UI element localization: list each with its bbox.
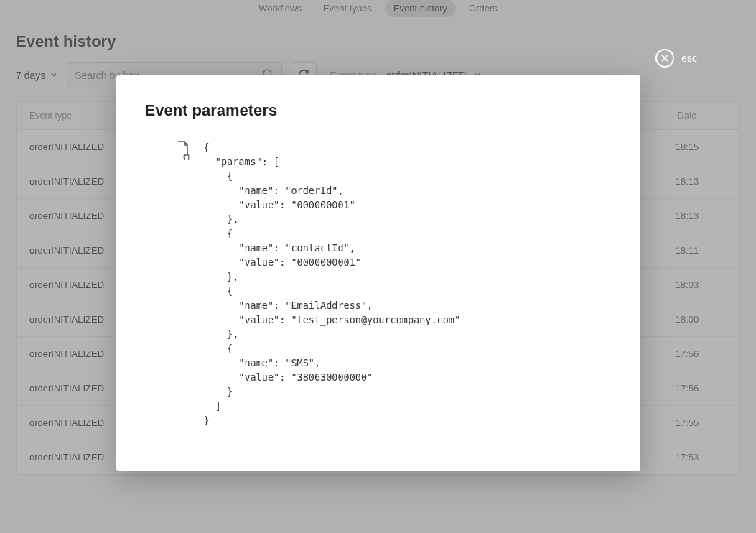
modal-overlay[interactable]: esc Event parameters {} { "params": [ { … xyxy=(0,0,756,533)
close-label: esc xyxy=(681,52,697,64)
event-parameters-modal: Event parameters {} { "params": [ { "nam… xyxy=(116,75,640,471)
copy-json-icon[interactable]: {} xyxy=(174,140,191,427)
close-button[interactable]: esc xyxy=(655,49,697,68)
close-icon xyxy=(655,49,674,68)
code-area: {} { "params": [ { "name": "orderId", "v… xyxy=(145,140,612,427)
modal-title: Event parameters xyxy=(145,101,612,120)
svg-text:{}: {} xyxy=(182,152,191,160)
json-code-block: { "params": [ { "name": "orderId", "valu… xyxy=(204,140,461,427)
